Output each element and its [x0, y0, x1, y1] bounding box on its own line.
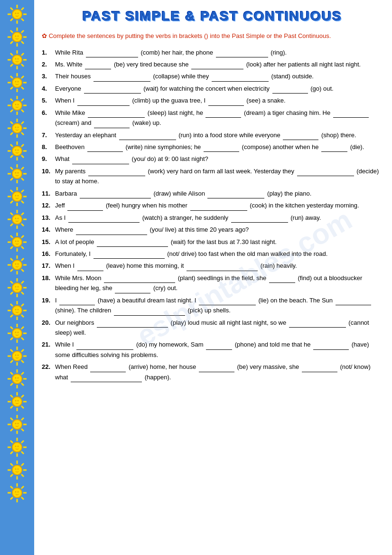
- blank-1a[interactable]: [86, 51, 138, 57]
- blank-19a[interactable]: [59, 299, 95, 305]
- blank-18c[interactable]: [115, 287, 150, 293]
- sun-icon-2: [7, 27, 28, 47]
- svg-point-42: [12, 78, 22, 87]
- list-item: 4. Everyone (wait) for watching the conc…: [42, 84, 383, 94]
- svg-line-228: [10, 463, 13, 466]
- svg-point-229: [12, 465, 22, 475]
- blank-6c[interactable]: [333, 111, 369, 118]
- svg-line-13: [21, 30, 24, 33]
- sentence-text: Beethoven (write) nine symphonies; he (c…: [55, 142, 383, 152]
- blank-4b[interactable]: [272, 87, 308, 94]
- svg-point-121: [18, 241, 19, 242]
- item-number: 18.: [42, 273, 55, 283]
- blank-14a[interactable]: [76, 228, 147, 235]
- blank-3b[interactable]: [212, 75, 269, 82]
- blank-22c[interactable]: [302, 366, 337, 372]
- blank-8c[interactable]: [321, 145, 347, 152]
- svg-point-209: [18, 423, 19, 424]
- svg-point-87: [15, 172, 17, 174]
- sentence-text: Fortunately, I (not/ drive) too fast whe…: [55, 249, 383, 259]
- sun-icon-21: [7, 460, 28, 480]
- sun-icon-19: [7, 414, 28, 435]
- item-number: 14.: [42, 225, 55, 235]
- blank-13b[interactable]: [231, 216, 288, 223]
- svg-line-213: [21, 452, 24, 454]
- blank-17a[interactable]: [77, 264, 103, 271]
- blank-15a[interactable]: [97, 240, 168, 247]
- blank-6a[interactable]: [88, 111, 145, 118]
- svg-line-61: [10, 132, 13, 135]
- blank-7b[interactable]: [283, 133, 318, 140]
- blank-16a[interactable]: [93, 252, 165, 259]
- instruction-block: ✿ Complete the sentences by putting the …: [42, 31, 383, 41]
- svg-line-145: [21, 304, 24, 306]
- svg-point-152: [12, 306, 22, 315]
- item-number: 4.: [42, 84, 55, 94]
- svg-line-24: [21, 53, 24, 56]
- svg-line-193: [10, 406, 13, 408]
- item-number: 5.: [42, 95, 55, 105]
- sentence-text: Their houses (collapse) while they (stan…: [55, 71, 383, 81]
- blank-4a[interactable]: [84, 87, 141, 94]
- svg-point-21: [15, 36, 17, 37]
- svg-point-175: [15, 355, 17, 356]
- svg-point-196: [12, 397, 22, 406]
- blank-5a[interactable]: [77, 99, 130, 106]
- blank-21b[interactable]: [206, 343, 232, 350]
- blank-8b[interactable]: [204, 145, 239, 152]
- sun-icon-10: [7, 209, 28, 230]
- list-item: 14. Where (you/ live) at this time 20 ye…: [42, 225, 383, 235]
- blank-6d[interactable]: [94, 122, 130, 128]
- blank-2b[interactable]: [191, 63, 243, 69]
- sun-icon-17: [7, 368, 28, 389]
- svg-line-160: [10, 338, 13, 340]
- blank-19c[interactable]: [336, 299, 371, 305]
- blank-19d[interactable]: [114, 309, 185, 316]
- blank-21a[interactable]: [76, 343, 133, 350]
- blank-17b[interactable]: [187, 264, 258, 271]
- blank-18b[interactable]: [269, 276, 295, 283]
- sun-icon-6: [7, 118, 28, 139]
- svg-line-68: [21, 144, 24, 147]
- blank-18a[interactable]: [104, 276, 175, 283]
- blank-11b[interactable]: [207, 192, 264, 198]
- blank-6b[interactable]: [205, 111, 241, 118]
- blank-22d[interactable]: [71, 376, 142, 382]
- sentence-text: When Reed (arrive) home, her house (be) …: [55, 362, 383, 382]
- item-number: 13.: [42, 213, 55, 223]
- blank-20b[interactable]: [289, 321, 346, 328]
- svg-line-50: [10, 110, 13, 112]
- svg-line-151: [10, 304, 13, 306]
- blank-5b[interactable]: [208, 99, 244, 106]
- svg-line-105: [10, 224, 13, 226]
- blank-22b[interactable]: [199, 366, 234, 372]
- svg-line-140: [10, 281, 13, 283]
- blank-20a[interactable]: [97, 321, 168, 328]
- sun-icon-12: [7, 254, 28, 275]
- blank-10b[interactable]: [297, 169, 354, 176]
- list-item: 12. Jeff (feel) hungry when his mother (…: [42, 200, 383, 210]
- svg-line-57: [21, 122, 24, 124]
- svg-point-86: [12, 169, 22, 179]
- blank-12b[interactable]: [190, 204, 247, 211]
- blank-19b[interactable]: [199, 299, 256, 305]
- svg-point-218: [12, 442, 22, 452]
- blank-8a[interactable]: [87, 145, 123, 152]
- svg-point-11: [18, 13, 19, 14]
- sun-icon-5: [7, 95, 28, 116]
- blank-10a[interactable]: [88, 169, 145, 176]
- blank-12a[interactable]: [67, 204, 103, 211]
- svg-line-1: [21, 8, 24, 10]
- svg-point-174: [12, 351, 22, 361]
- blank-21c[interactable]: [313, 343, 349, 350]
- blank-2a[interactable]: [85, 63, 111, 69]
- list-item: 1. While Rita (comb) her hair, the phone…: [42, 47, 383, 57]
- svg-line-46: [21, 99, 24, 101]
- blank-22a[interactable]: [90, 366, 126, 372]
- blank-13a[interactable]: [68, 216, 140, 223]
- blank-1b[interactable]: [216, 51, 268, 57]
- blank-11a[interactable]: [80, 192, 151, 198]
- blank-7a[interactable]: [119, 133, 176, 140]
- blank-9a[interactable]: [72, 158, 129, 164]
- blank-3a[interactable]: [93, 75, 150, 82]
